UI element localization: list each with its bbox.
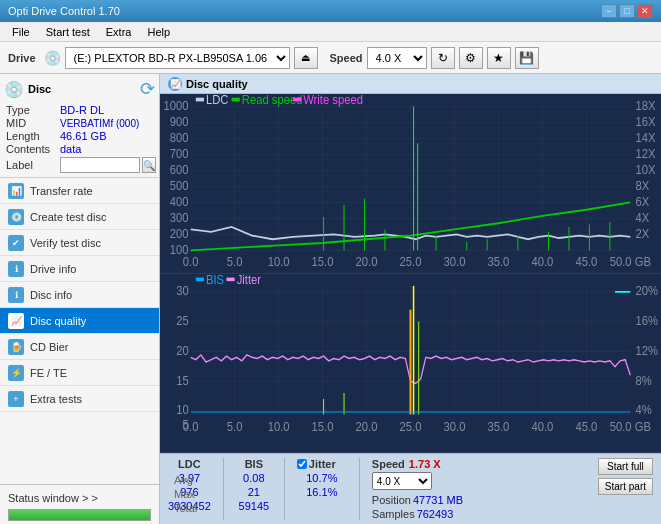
sidebar-item-cd-bier[interactable]: 🍺 CD Bier (0, 334, 159, 360)
sidebar-item-create-test-disc[interactable]: 💿 Create test disc (0, 204, 159, 230)
start-full-button[interactable]: Start full (598, 458, 653, 475)
svg-text:16%: 16% (635, 313, 658, 328)
menu-file[interactable]: File (4, 24, 38, 40)
speed-select[interactable]: 4.0 X (367, 47, 427, 69)
save-button[interactable]: 💾 (515, 47, 539, 69)
drive-info-icon: ℹ (8, 261, 24, 277)
sidebar-item-disc-quality[interactable]: 📈 Disc quality (0, 308, 159, 334)
svg-text:800: 800 (170, 130, 189, 145)
svg-text:45.0: 45.0 (575, 254, 597, 269)
disc-info-panel: 💿 Disc ⟳ Type BD-R DL MID VERBATIMf (000… (0, 74, 159, 178)
disc-quality-title: Disc quality (186, 78, 248, 90)
disc-label-row: Label 🔍 (4, 157, 155, 173)
menu-start-test[interactable]: Start test (38, 24, 98, 40)
samples-label: Samples (372, 508, 415, 520)
extra-tests-icon: + (8, 391, 24, 407)
cd-bier-icon: 🍺 (8, 339, 24, 355)
sidebar-item-drive-info[interactable]: ℹ Drive info (0, 256, 159, 282)
speed-stat-select[interactable]: 4.0 X (372, 472, 432, 490)
svg-text:8X: 8X (635, 178, 649, 193)
disc-quality-header-icon: 📈 (168, 77, 182, 91)
svg-text:900: 900 (170, 114, 189, 129)
disc-icon: 💿 (4, 80, 24, 99)
start-part-button[interactable]: Start part (598, 478, 653, 495)
svg-text:300: 300 (170, 210, 189, 225)
divider2 (284, 458, 285, 520)
svg-text:20%: 20% (635, 283, 658, 298)
bis-stats: BIS 0.08 21 59145 (236, 458, 272, 512)
jitter-header: Jitter (309, 458, 336, 470)
svg-text:30: 30 (176, 283, 189, 298)
svg-text:12%: 12% (635, 343, 658, 358)
maximize-button[interactable]: □ (619, 4, 635, 18)
lower-chart: 30 25 20 15 10 5 20% 16% 12% 8% 4% 0.0 5… (160, 274, 661, 454)
status-window-button[interactable]: Status window > > (8, 489, 151, 507)
create-test-icon: 💿 (8, 209, 24, 225)
disc-mid-row: MID VERBATIMf (000) (4, 117, 155, 129)
svg-text:35.0: 35.0 (487, 419, 509, 434)
content-area: 📈 Disc quality (160, 74, 661, 524)
svg-text:14X: 14X (635, 130, 656, 145)
transfer-rate-icon: 📊 (8, 183, 24, 199)
svg-text:500: 500 (170, 178, 189, 193)
speed-stat-header: Speed (372, 458, 405, 470)
sidebar-item-verify-test-disc[interactable]: ✔ Verify test disc (0, 230, 159, 256)
drive-icon: 💿 (44, 50, 61, 66)
svg-text:Write speed: Write speed (303, 94, 363, 107)
jitter-stats: Jitter 10.7% 16.1% (297, 458, 347, 498)
lower-chart-svg: 30 25 20 15 10 5 20% 16% 12% 8% 4% 0.0 5… (160, 274, 661, 453)
contents-value: data (60, 143, 81, 155)
eject-button[interactable]: ⏏ (294, 47, 318, 69)
titlebar: Opti Drive Control 1.70 − □ ✕ (0, 0, 661, 22)
minimize-button[interactable]: − (601, 4, 617, 18)
contents-label: Contents (6, 143, 60, 155)
sidebar-item-disc-info[interactable]: ℹ Disc info (0, 282, 159, 308)
disc-contents-row: Contents data (4, 143, 155, 155)
create-test-label: Create test disc (30, 211, 106, 223)
menu-help[interactable]: Help (139, 24, 178, 40)
sidebar-item-extra-tests[interactable]: + Extra tests (0, 386, 159, 412)
jitter-checkbox[interactable] (297, 459, 307, 469)
svg-text:25.0: 25.0 (400, 419, 422, 434)
settings-button[interactable]: ⚙ (459, 47, 483, 69)
drive-select[interactable]: (E:) PLEXTOR BD-R PX-LB950SA 1.06 (65, 47, 290, 69)
bis-avg: 0.08 (236, 472, 272, 484)
drive-label: Drive (4, 52, 40, 64)
svg-text:50.0 GB: 50.0 GB (610, 254, 651, 269)
disc-length-row: Length 46.61 GB (4, 130, 155, 142)
svg-text:45.0: 45.0 (575, 419, 597, 434)
divider3 (359, 458, 360, 520)
disc-quality-nav-label: Disc quality (30, 315, 86, 327)
disc-type-row: Type BD-R DL (4, 104, 155, 116)
svg-text:0.0: 0.0 (183, 419, 199, 434)
svg-text:18X: 18X (635, 98, 656, 113)
samples-value: 762493 (417, 508, 454, 520)
speed-stat-value: 1.73 X (409, 458, 441, 470)
divider1 (223, 458, 224, 520)
close-button[interactable]: ✕ (637, 4, 653, 18)
fe-te-label: FE / TE (30, 367, 67, 379)
mid-value: VERBATIMf (000) (60, 118, 139, 129)
fe-te-icon: ⚡ (8, 365, 24, 381)
svg-text:25: 25 (176, 313, 189, 328)
svg-text:15.0: 15.0 (312, 254, 334, 269)
menu-extra[interactable]: Extra (98, 24, 140, 40)
position-label: Position (372, 494, 411, 506)
bookmark-button[interactable]: ★ (487, 47, 511, 69)
sidebar-item-fe-te[interactable]: ⚡ FE / TE (0, 360, 159, 386)
svg-text:8%: 8% (635, 372, 651, 387)
label-search-button[interactable]: 🔍 (142, 157, 156, 173)
disc-refresh-icon[interactable]: ⟳ (140, 78, 155, 100)
progress-bar-fill (9, 510, 150, 520)
svg-rect-68 (293, 98, 301, 102)
label-input[interactable] (60, 157, 140, 173)
bis-max: 21 (236, 486, 272, 498)
nav-section: 📊 Transfer rate 💿 Create test disc ✔ Ver… (0, 178, 159, 484)
verify-test-icon: ✔ (8, 235, 24, 251)
sidebar-item-transfer-rate[interactable]: 📊 Transfer rate (0, 178, 159, 204)
svg-text:30.0: 30.0 (444, 419, 466, 434)
svg-text:BIS: BIS (206, 274, 224, 287)
refresh-button[interactable]: ↻ (431, 47, 455, 69)
svg-text:10.0: 10.0 (268, 419, 290, 434)
avg-label: Avg (174, 474, 204, 486)
